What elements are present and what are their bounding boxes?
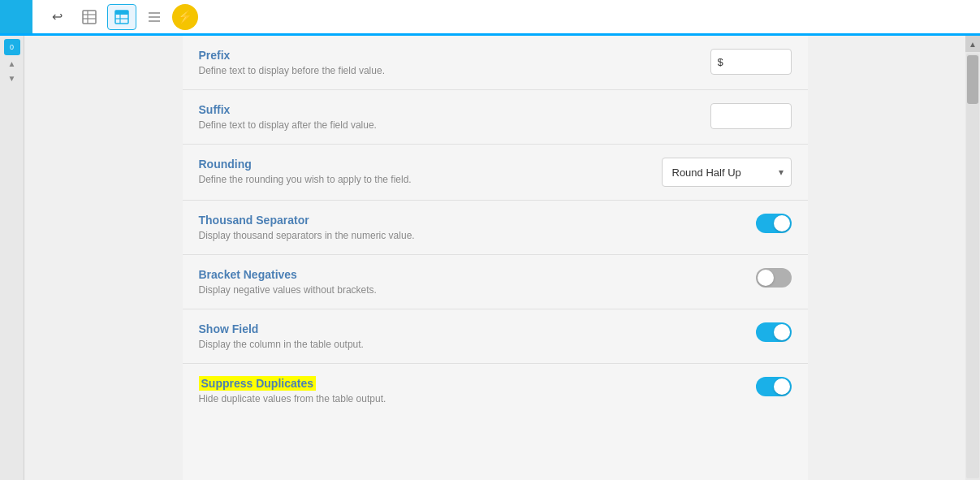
svg-rect-5	[115, 11, 128, 15]
scroll-up-button[interactable]: ▲	[965, 36, 980, 52]
toggle-knob-suppress_duplicates	[774, 378, 790, 395]
setting-label-show_field: Show Field	[199, 322, 740, 335]
app-logo	[0, 0, 32, 33]
setting-label-rounding: Rounding	[199, 158, 645, 171]
sidebar-arrow-up[interactable]: ▲	[6, 57, 19, 70]
setting-control-suppress_duplicates	[756, 377, 792, 396]
list-icon	[147, 10, 162, 24]
toggle-thousand_separator[interactable]	[756, 214, 792, 233]
scrollbar-thumb[interactable]	[967, 55, 978, 104]
table-button-2[interactable]	[107, 4, 136, 30]
table-icon-2	[114, 10, 129, 24]
toggle-knob-thousand_separator	[774, 215, 790, 231]
setting-row-suppress_duplicates: Suppress DuplicatesHide duplicate values…	[183, 364, 808, 417]
setting-control-bracket_negatives	[756, 268, 792, 288]
scrollbar-track	[966, 54, 979, 478]
setting-info-prefix: PrefixDefine text to display before the …	[199, 49, 710, 76]
toggle-show_field[interactable]	[756, 322, 792, 342]
setting-desc-suffix: Define text to display after the field v…	[199, 119, 694, 131]
setting-control-suffix	[710, 103, 792, 129]
setting-desc-show_field: Display the column in the table output.	[199, 339, 740, 350]
setting-row-prefix: PrefixDefine text to display before the …	[183, 36, 808, 90]
table-button-1[interactable]	[75, 4, 104, 30]
setting-control-prefix	[710, 49, 792, 75]
input-suffix[interactable]	[710, 103, 792, 129]
setting-label-highlight-suppress_duplicates: Suppress Duplicates	[199, 376, 317, 391]
main-layout: 0 ▲ ▼ PrefixDefine text to display befor…	[0, 36, 980, 480]
setting-control-rounding: Round Half UpRound UpRound DownRound Hal…	[662, 158, 792, 187]
setting-info-bracket_negatives: Bracket NegativesDisplay negative values…	[199, 268, 756, 296]
flash-icon: ⚡	[177, 9, 193, 24]
input-prefix[interactable]	[710, 49, 792, 75]
setting-info-show_field: Show FieldDisplay the column in the tabl…	[199, 322, 756, 350]
setting-desc-thousand_separator: Display thousand separators in the numer…	[199, 230, 740, 241]
setting-row-thousand_separator: Thousand SeparatorDisplay thousand separ…	[183, 201, 808, 255]
setting-label-prefix: Prefix	[199, 49, 694, 62]
setting-row-suffix: SuffixDefine text to display after the f…	[183, 90, 808, 145]
setting-row-rounding: RoundingDefine the rounding you wish to …	[183, 145, 808, 201]
settings-panel: PrefixDefine text to display before the …	[183, 36, 808, 480]
setting-label-suffix: Suffix	[199, 103, 694, 116]
dropdown-rounding[interactable]: Round Half UpRound UpRound DownRound Hal…	[662, 158, 792, 187]
undo-button[interactable]: ↩	[42, 4, 71, 30]
undo-icon: ↩	[52, 9, 63, 24]
toggle-knob-bracket_negatives	[758, 270, 774, 286]
setting-row-show_field: Show FieldDisplay the column in the tabl…	[183, 309, 808, 364]
setting-label-thousand_separator: Thousand Separator	[199, 214, 740, 227]
setting-desc-bracket_negatives: Display negative values without brackets…	[199, 284, 740, 296]
setting-label-bracket_negatives: Bracket Negatives	[199, 268, 740, 281]
toolbar: ↩ ⚡	[0, 0, 980, 36]
dropdown-wrapper-rounding: Round Half UpRound UpRound DownRound Hal…	[662, 158, 792, 187]
setting-label-suppress_duplicates: Suppress Duplicates	[199, 377, 740, 390]
scrollbar[interactable]: ▲	[965, 36, 980, 480]
svg-rect-0	[83, 11, 96, 24]
setting-control-thousand_separator	[756, 214, 792, 233]
toggle-knob-show_field	[774, 324, 790, 340]
sidebar-dot-1[interactable]: 0	[4, 39, 20, 55]
setting-control-show_field	[756, 322, 792, 342]
left-sidebar: 0 ▲ ▼	[0, 36, 24, 480]
table-icon-1	[82, 10, 97, 24]
list-button[interactable]	[140, 4, 169, 30]
setting-info-rounding: RoundingDefine the rounding you wish to …	[199, 158, 662, 185]
setting-info-thousand_separator: Thousand SeparatorDisplay thousand separ…	[199, 214, 756, 241]
flash-button[interactable]: ⚡	[172, 4, 198, 30]
sidebar-arrow-down[interactable]: ▼	[6, 71, 19, 84]
setting-desc-suppress_duplicates: Hide duplicate values from the table out…	[199, 393, 740, 404]
setting-info-suppress_duplicates: Suppress DuplicatesHide duplicate values…	[199, 377, 756, 404]
setting-info-suffix: SuffixDefine text to display after the f…	[199, 103, 710, 131]
toggle-suppress_duplicates[interactable]	[756, 377, 792, 396]
setting-row-bracket_negatives: Bracket NegativesDisplay negative values…	[183, 255, 808, 309]
toggle-bracket_negatives[interactable]	[756, 268, 792, 288]
setting-desc-prefix: Define text to display before the field …	[199, 65, 694, 76]
setting-desc-rounding: Define the rounding you wish to apply to…	[199, 174, 645, 185]
